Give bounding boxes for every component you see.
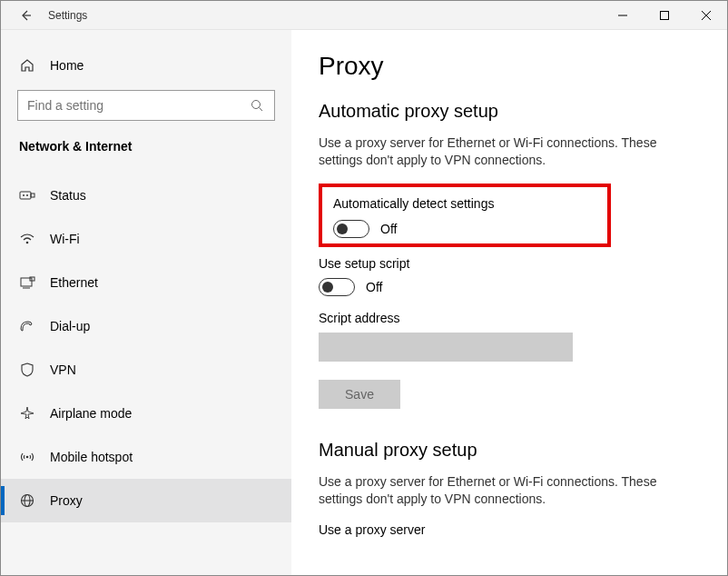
svg-line-5 — [260, 108, 263, 112]
setup-script-label: Use setup script — [319, 256, 707, 271]
proxy-icon — [19, 492, 35, 509]
script-address-label: Script address — [319, 311, 707, 325]
svg-point-9 — [26, 194, 28, 196]
sidebar-item-label: Airplane mode — [50, 406, 132, 421]
back-icon[interactable] — [17, 7, 34, 24]
svg-rect-7 — [31, 194, 34, 197]
close-button[interactable] — [685, 1, 727, 30]
auto-desc: Use a proxy server for Ethernet or Wi-Fi… — [319, 134, 682, 169]
auto-detect-toggle[interactable] — [333, 220, 369, 238]
sidebar-item-airplane[interactable]: Airplane mode — [1, 392, 291, 435]
home-icon — [19, 57, 35, 74]
search-icon — [249, 97, 265, 114]
settings-window: Settings Home — [0, 0, 728, 576]
wifi-icon — [19, 231, 35, 247]
sidebar-item-ethernet[interactable]: Ethernet — [1, 261, 291, 304]
manual-heading: Manual proxy setup — [319, 440, 707, 461]
auto-detect-state: Off — [380, 222, 397, 236]
status-icon — [19, 187, 35, 204]
auto-detect-label: Automatically detect settings — [333, 196, 596, 211]
ethernet-icon — [19, 274, 35, 291]
page-title: Proxy — [319, 52, 707, 81]
sidebar-item-label: Wi-Fi — [50, 232, 80, 246]
svg-rect-6 — [20, 192, 31, 199]
setup-script-toggle[interactable] — [319, 278, 355, 296]
sidebar-item-dialup[interactable]: Dial-up — [1, 304, 291, 348]
svg-point-4 — [252, 101, 261, 109]
sidebar-item-label: Status — [50, 188, 86, 203]
search-box[interactable] — [17, 90, 275, 121]
svg-point-8 — [23, 194, 25, 196]
use-proxy-label: Use a proxy server — [319, 522, 707, 537]
maximize-button[interactable] — [644, 1, 685, 30]
save-button[interactable]: Save — [319, 380, 400, 409]
sidebar-section-header: Network & Internet — [1, 134, 291, 174]
setup-script-state: Off — [366, 280, 382, 294]
sidebar-home-label: Home — [50, 58, 84, 73]
highlight-auto-detect: Automatically detect settings Off — [319, 184, 611, 247]
titlebar: Settings — [1, 1, 727, 30]
sidebar: Home Network & Internet Status — [1, 30, 291, 575]
sidebar-home[interactable]: Home — [1, 50, 291, 81]
auto-heading: Automatic proxy setup — [319, 101, 707, 122]
airplane-icon — [19, 405, 35, 422]
search-input[interactable] — [27, 98, 249, 113]
sidebar-item-hotspot[interactable]: Mobile hotspot — [1, 435, 291, 479]
minimize-button[interactable] — [602, 1, 644, 30]
script-address-input[interactable] — [319, 333, 573, 362]
dialup-icon — [19, 318, 35, 334]
sidebar-item-label: Dial-up — [50, 319, 90, 333]
svg-point-14 — [26, 456, 29, 459]
svg-point-10 — [26, 242, 29, 244]
hotspot-icon — [19, 449, 35, 465]
vpn-icon — [19, 362, 35, 378]
window-title: Settings — [48, 9, 87, 22]
sidebar-item-status[interactable]: Status — [1, 174, 291, 217]
sidebar-item-wifi[interactable]: Wi-Fi — [1, 217, 291, 261]
sidebar-item-label: Mobile hotspot — [50, 450, 133, 464]
sidebar-item-label: Proxy — [50, 493, 83, 508]
main-panel: Proxy Automatic proxy setup Use a proxy … — [291, 30, 727, 575]
sidebar-item-label: VPN — [50, 362, 76, 377]
manual-desc: Use a proxy server for Ethernet or Wi-Fi… — [319, 473, 682, 508]
sidebar-item-vpn[interactable]: VPN — [1, 348, 291, 392]
sidebar-item-proxy[interactable]: Proxy — [1, 479, 291, 522]
sidebar-item-label: Ethernet — [50, 275, 98, 290]
svg-rect-1 — [661, 11, 669, 19]
